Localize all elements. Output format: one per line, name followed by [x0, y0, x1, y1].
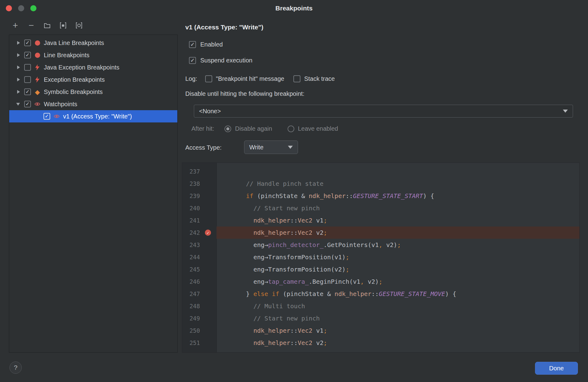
traffic-lights [6, 5, 36, 11]
checkbox[interactable]: ✓ [24, 101, 31, 107]
gutter[interactable]: 251 [182, 337, 217, 349]
breakpoints-dialog: Breakpoints + − ✓Java Line Breakpoints✓L… [0, 0, 588, 382]
tree-item[interactable]: ✓Java Line Breakpoints [9, 37, 177, 49]
gutter[interactable]: 247 [182, 288, 217, 300]
chevron-collapsed-icon[interactable] [16, 65, 21, 70]
line-number: 250 [182, 327, 200, 334]
disable-until-label: Disable until hitting the following brea… [185, 90, 304, 97]
gutter[interactable]: 243 [182, 239, 217, 251]
line-number: 249 [182, 315, 200, 322]
stack-trace-label: Stack trace [304, 75, 335, 82]
stack-trace-checkbox[interactable] [293, 75, 300, 82]
suspend-checkbox[interactable]: ✓ [189, 57, 196, 64]
help-button[interactable]: ? [9, 361, 22, 374]
gutter[interactable]: 248 [182, 300, 217, 312]
line-number: 252 [182, 352, 200, 353]
line-number: 243 [182, 242, 200, 248]
code-line[interactable]: 240 // Start new pinch [182, 202, 579, 214]
disable-again-radio[interactable] [224, 125, 231, 132]
help-label: ? [14, 364, 17, 371]
gutter[interactable]: 245 [182, 263, 217, 275]
line-number: 240 [182, 205, 200, 212]
breakpoints-tree[interactable]: ✓Java Line Breakpoints✓Line BreakpointsJ… [9, 35, 178, 353]
gutter[interactable]: 244 [182, 251, 217, 263]
bracketed-folder-icon [59, 22, 67, 29]
group-by-file-button[interactable] [59, 21, 67, 30]
chevron-collapsed-icon[interactable] [16, 40, 21, 45]
code-line[interactable]: 250 ndk_helper::Vec2 v1; [182, 324, 579, 337]
code-text: // Start new pinch [217, 312, 579, 324]
done-button[interactable]: Done [535, 362, 578, 375]
enabled-checkbox[interactable]: ✓ [189, 41, 196, 48]
line-number: 237 [182, 168, 200, 175]
line-number: 242 [182, 229, 200, 236]
gutter[interactable]: 241 [182, 214, 217, 227]
tree-item[interactable]: ✓◆Symbolic Breakpoints [9, 86, 177, 98]
checkbox[interactable] [24, 76, 31, 83]
code-line[interactable]: 238 // Handle pinch state [182, 178, 579, 190]
code-line[interactable]: 241 ndk_helper::Vec2 v1; [182, 214, 579, 227]
zoom-button[interactable] [30, 5, 36, 11]
tree-item[interactable]: ✓Watchpoints [9, 98, 177, 110]
leave-enabled-radio[interactable] [288, 125, 294, 132]
gutter[interactable]: 250 [182, 324, 217, 337]
group-by-class-button[interactable] [75, 21, 83, 30]
close-button[interactable] [6, 5, 12, 11]
move-to-group-button[interactable] [43, 21, 51, 30]
gutter[interactable]: 246 [182, 275, 217, 288]
access-type-dropdown[interactable]: Write [244, 140, 298, 154]
disable-until-dropdown[interactable]: <None> [194, 105, 573, 118]
chevron-collapsed-icon[interactable] [16, 89, 21, 94]
code-line[interactable]: 249 // Start new pinch [182, 312, 579, 324]
gutter[interactable]: 237 [182, 165, 217, 178]
code-line[interactable]: 247 } else if (pinchState & ndk_helper::… [182, 288, 579, 300]
checkbox[interactable] [24, 64, 31, 71]
gutter[interactable]: 239 [182, 190, 217, 202]
code-line[interactable]: 245 eng→TransformPosition(v2); [182, 263, 579, 275]
line-number: 247 [182, 290, 200, 297]
code-text: ndk_helper::Vec2 v1; [217, 214, 579, 227]
code-line[interactable]: 242✓ ndk_helper::Vec2 v2; [182, 227, 579, 239]
chevron-expanded-icon[interactable] [16, 102, 21, 107]
tree-item[interactable]: Java Exception Breakpoints [9, 61, 177, 73]
tree-item[interactable]: ✓v1 (Access Type: "Write") [9, 110, 177, 122]
code-line[interactable]: 243 eng→pinch_detector_.GetPointers(v1, … [182, 239, 579, 251]
gutter[interactable]: 242✓ [182, 227, 217, 239]
enabled-label: Enabled [200, 41, 223, 48]
code-line[interactable]: 244 eng→TransformPosition(v1); [182, 251, 579, 263]
checkbox[interactable]: ✓ [43, 113, 50, 120]
checkbox[interactable]: ✓ [24, 88, 31, 95]
code-line[interactable]: 248 // Multi touch [182, 300, 579, 312]
line-number: 238 [182, 180, 200, 187]
code-line[interactable]: 237 [182, 165, 579, 178]
code-text: ndk_helper::Vec2 v2; [217, 337, 579, 349]
verified-breakpoint-icon[interactable]: ✓ [205, 230, 211, 236]
code-text: eng→TransformPosition(v2); [217, 263, 579, 275]
code-text: eng→pinch_detector_.GetPointers(v1, v2); [217, 239, 579, 251]
bracketed-circle-icon [75, 22, 83, 29]
code-editor[interactable]: 237238 // Handle pinch state239 if (pinc… [182, 163, 580, 353]
code-line[interactable]: 251 ndk_helper::Vec2 v2; [182, 337, 579, 349]
minimize-button[interactable] [18, 5, 24, 11]
tree-item[interactable]: Exception Breakpoints [9, 73, 177, 86]
code-text: eng→pinch_detector_.GetPointers(v1, v2); [217, 349, 579, 353]
chevron-collapsed-icon[interactable] [16, 53, 21, 58]
remove-breakpoint-button[interactable]: − [27, 21, 36, 30]
breakpoint-hit-message-checkbox[interactable] [205, 75, 212, 82]
line-number: 244 [182, 254, 200, 260]
checkbox[interactable]: ✓ [24, 39, 31, 46]
code-line[interactable]: 239 if (pinchState & ndk_helper::GESTURE… [182, 190, 579, 202]
checkbox[interactable]: ✓ [24, 52, 31, 58]
gutter[interactable]: 252 [182, 349, 217, 353]
window-title: Breakpoints [275, 5, 312, 12]
code-line[interactable]: 246 eng→tap_camera_.BeginPinch(v1, v2); [182, 275, 579, 288]
gutter[interactable]: 238 [182, 178, 217, 190]
gutter[interactable]: 249 [182, 312, 217, 324]
code-line[interactable]: 252 eng→pinch_detector_.GetPointers(v1, … [182, 349, 579, 353]
add-breakpoint-button[interactable]: + [11, 21, 20, 30]
chevron-collapsed-icon[interactable] [16, 77, 21, 82]
breakpoint-circle-icon [34, 52, 40, 58]
tree-item[interactable]: ✓Line Breakpoints [9, 49, 177, 61]
access-type-label: Access Type: [185, 144, 222, 151]
gutter[interactable]: 240 [182, 202, 217, 214]
